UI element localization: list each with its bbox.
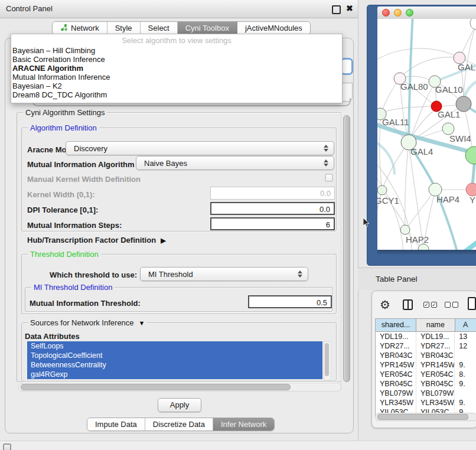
table-row[interactable]: YBR043CYBR043C (376, 351, 476, 360)
settings-horizontal-scrollbar[interactable] (18, 383, 341, 392)
columns-icon[interactable] (403, 299, 413, 310)
table-row[interactable]: YBR045CYBR045C9. (376, 379, 476, 389)
table-cell[interactable]: 12 (455, 341, 476, 351)
table-cell[interactable]: YDR27... (376, 341, 416, 351)
aracne-mode-select[interactable]: Discovery (66, 141, 334, 155)
table-cell[interactable]: 13 (455, 332, 476, 341)
mi-steps-field[interactable]: 6 (210, 217, 335, 230)
table-cell[interactable]: YDR27... (416, 341, 455, 351)
attribute-item-betweennesscentrality[interactable]: BetweennessCentrality (27, 360, 322, 370)
network-canvas[interactable]: GALGAL80GAL10GAL1GAL11SWI4GAL4GCY1HAP4YH… (377, 19, 476, 250)
deselect-all-icon[interactable] (445, 302, 458, 308)
zoom-traffic-light-icon[interactable] (406, 9, 413, 17)
attribute-item-selfloops[interactable]: SelfLoops (27, 341, 322, 351)
table-cell[interactable] (455, 351, 476, 360)
attribute-item-gal4rgexp[interactable]: gal4RGexp (27, 370, 322, 379)
mi-algorithm-type-select[interactable]: Naive Bayes (136, 156, 334, 170)
group-title[interactable]: Sources for Network Inference▼ (28, 318, 147, 327)
attributes-scrollbar[interactable] (324, 341, 331, 380)
table-cell[interactable]: 9. (455, 398, 476, 407)
scrollbar-thumb[interactable] (343, 115, 350, 382)
algorithm-option-aracne-algorithm[interactable]: ARACNE Algorithm (11, 64, 342, 73)
network-edge[interactable] (377, 48, 459, 61)
table-cell[interactable]: YBR045C (376, 379, 416, 389)
table-row[interactable]: YPR145WYPR145W9. (376, 360, 476, 370)
column-header-shared[interactable]: shared... (376, 319, 416, 331)
tab-network[interactable]: Network (53, 22, 107, 34)
select-all-icon[interactable]: ✓✓ (423, 302, 437, 308)
algorithm-option-bayesian-hill-climbing[interactable]: Bayesian – Hill Climbing (11, 46, 342, 55)
tab-select[interactable]: Select (141, 22, 178, 34)
expanded-arrow-icon[interactable]: ▼ (139, 319, 145, 327)
table-cell[interactable]: YBL079W (416, 389, 455, 398)
table-cell[interactable]: 9. (455, 360, 476, 370)
table-row[interactable]: YDL19...YDL19...13 (376, 332, 476, 341)
network-edge[interactable] (405, 142, 409, 224)
mi-threshold-field[interactable]: 0.5 (248, 295, 332, 308)
close-traffic-light-icon[interactable] (382, 9, 390, 17)
float-window-icon[interactable] (332, 5, 341, 14)
manual-kernel-width-checkbox[interactable] (325, 174, 333, 182)
algorithm-option-dream8-dc-tdc-algorithm[interactable]: Dream8 DC_TDC Algorithm (11, 90, 342, 99)
network-edge[interactable] (441, 105, 457, 106)
network-graph[interactable]: GALGAL80GAL10GAL1GAL11SWI4GAL4GCY1HAP4YH… (377, 19, 476, 250)
table-row[interactable]: YDR27...YDR27...12 (376, 341, 476, 351)
tab-discretize-data[interactable]: Discretize Data (145, 418, 213, 431)
dpi-tolerance-field[interactable]: 0.0 (210, 202, 335, 215)
function-builder-icon[interactable] (468, 297, 476, 310)
scrollbar-thumb[interactable] (21, 384, 291, 390)
algorithm-option-basic-correlation-inference[interactable]: Basic Correlation Inference (11, 55, 342, 64)
table-cell[interactable]: YLR345W (416, 398, 455, 407)
gear-icon[interactable]: ⚙ (380, 298, 390, 312)
table-cell[interactable]: YDL19... (376, 332, 416, 341)
network-edge[interactable] (409, 19, 413, 142)
tab-style[interactable]: Style (107, 22, 141, 34)
node-salmon[interactable] (466, 183, 476, 196)
column-header-a[interactable]: A (455, 319, 476, 331)
kernel-width-field[interactable]: 0.0 (210, 187, 335, 200)
hub-definition-toggle[interactable]: Hub/Transcription Factor Definition▶ (27, 236, 166, 244)
collapsed-arrow-icon[interactable]: ▶ (161, 237, 165, 244)
close-icon[interactable]: ✖ (346, 4, 353, 13)
table-cell[interactable]: YBR043C (376, 351, 416, 360)
table-cell[interactable]: YBR045C (416, 379, 455, 389)
table-row[interactable]: YBL079WYBL079W (376, 389, 476, 398)
network-window-titlebar[interactable] (377, 6, 476, 19)
tab-cyni-toolbox[interactable]: Cyni Toolbox (178, 22, 237, 34)
table-cell[interactable]: 9. (455, 379, 476, 389)
algorithm-option-bayesian-k2[interactable]: Bayesian – K2 (11, 81, 342, 90)
table-cell[interactable]: YBL079W (376, 389, 416, 398)
table-cell[interactable]: YER054C (416, 370, 455, 379)
tab-impute-data[interactable]: Impute Data (87, 418, 145, 431)
attribute-item-topologicalcoefficient[interactable]: TopologicalCoefficient (27, 351, 322, 360)
table-cell[interactable]: YER054C (376, 370, 416, 379)
tab-infer-network[interactable]: Infer Network (213, 418, 274, 431)
minimize-traffic-light-icon[interactable] (394, 9, 402, 17)
node-hap2[interactable] (400, 225, 410, 234)
table-cell[interactable]: YDL19... (416, 332, 455, 341)
node-swi4[interactable] (442, 123, 454, 135)
node-bottom[interactable] (418, 244, 429, 250)
node-top-partial[interactable] (470, 19, 476, 30)
table-cell[interactable]: YBR043C (416, 351, 455, 360)
table-cell[interactable]: YLR345W (376, 398, 416, 407)
table-horizontal-scrollbar[interactable] (375, 413, 476, 421)
which-threshold-select[interactable]: MI Threshold (140, 267, 308, 281)
minimized-panel-icon[interactable] (3, 444, 11, 450)
table-cell[interactable]: YPR145W (376, 360, 416, 370)
network-edge[interactable] (472, 164, 474, 183)
table-cell[interactable]: YPR145W (416, 360, 455, 370)
table-row[interactable]: YER054CYER054C8. (376, 370, 476, 379)
network-edge[interactable] (409, 142, 423, 244)
table-row[interactable]: YLR345WYLR345W9. (376, 398, 476, 407)
settings-vertical-scrollbar[interactable] (341, 113, 353, 390)
network-edge[interactable] (444, 229, 476, 250)
apply-button[interactable]: Apply (158, 398, 201, 412)
table-cell[interactable] (455, 389, 476, 398)
network-edge[interactable] (380, 120, 382, 190)
table-cell[interactable]: 8. (455, 370, 476, 379)
node-gcy1[interactable] (377, 185, 387, 195)
tab-jactivemnodules[interactable]: jActiveMNodules (237, 22, 310, 34)
network-edge[interactable] (465, 76, 476, 96)
scrollbar-thumb[interactable] (377, 414, 468, 420)
